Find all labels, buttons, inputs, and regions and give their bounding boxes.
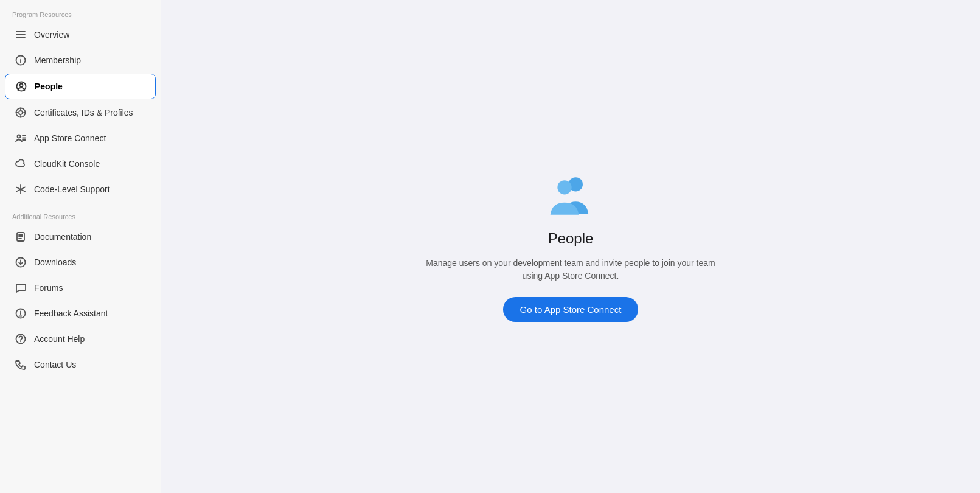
phone-icon xyxy=(15,358,27,371)
person-circle-icon xyxy=(15,80,27,93)
sidebar-section-additional: Additional Resources xyxy=(0,202,161,224)
people-title: People xyxy=(548,230,594,247)
sidebar-item-contact-us-label: Contact Us xyxy=(34,360,76,369)
sidebar-item-feedback-assistant-label: Feedback Assistant xyxy=(34,309,108,318)
svg-point-5 xyxy=(20,58,21,59)
go-to-app-store-connect-button[interactable]: Go to App Store Connect xyxy=(503,297,639,322)
sidebar-item-feedback-assistant[interactable]: Feedback Assistant xyxy=(5,301,156,326)
sidebar-item-app-store-connect-label: App Store Connect xyxy=(34,133,106,143)
sidebar-item-overview-label: Overview xyxy=(34,30,69,40)
sidebar-item-overview[interactable]: Overview xyxy=(5,23,156,47)
asterisk-icon xyxy=(15,183,27,195)
gear-badge-icon xyxy=(15,107,27,119)
sidebar-item-account-help[interactable]: Account Help xyxy=(5,327,156,351)
doc-icon xyxy=(15,231,27,243)
sidebar-item-people-label: People xyxy=(35,82,63,91)
sidebar-item-certificates[interactable]: Certificates, IDs & Profiles xyxy=(5,100,156,125)
sidebar-item-people[interactable]: People xyxy=(5,74,156,99)
sidebar-item-forums-label: Forums xyxy=(34,283,63,293)
sidebar-item-downloads-label: Downloads xyxy=(34,257,76,267)
sidebar-item-certificates-label: Certificates, IDs & Profiles xyxy=(34,108,133,117)
sidebar-item-forums[interactable]: Forums xyxy=(5,276,156,300)
sidebar-item-app-store-connect[interactable]: App Store Connect xyxy=(5,126,156,150)
cloud-icon xyxy=(15,158,27,170)
sidebar-item-membership-label: Membership xyxy=(34,55,81,65)
down-circle-icon xyxy=(15,256,27,268)
svg-point-29 xyxy=(20,341,21,343)
menu-icon xyxy=(15,29,27,41)
info-circle-icon xyxy=(15,54,27,66)
sidebar-item-cloudkit[interactable]: CloudKit Console xyxy=(5,152,156,176)
sidebar-item-membership[interactable]: Membership xyxy=(5,48,156,72)
sidebar-item-documentation[interactable]: Documentation xyxy=(5,225,156,249)
svg-point-7 xyxy=(20,84,23,87)
svg-point-9 xyxy=(19,111,23,114)
sidebar-section-program: Program Resources xyxy=(0,0,161,22)
sidebar-item-documentation-label: Documentation xyxy=(34,232,91,242)
sidebar-item-account-help-label: Account Help xyxy=(34,334,85,344)
sidebar-item-code-level-support[interactable]: Code-Level Support xyxy=(5,177,156,201)
svg-point-31 xyxy=(557,180,571,194)
people-illustration xyxy=(540,172,601,220)
main-content: People Manage users on your development … xyxy=(161,0,980,493)
sidebar-item-cloudkit-label: CloudKit Console xyxy=(34,159,100,169)
people-description: Manage users on your development team an… xyxy=(419,257,723,282)
feedback-icon xyxy=(15,307,27,320)
sidebar-item-code-level-support-label: Code-Level Support xyxy=(34,184,110,194)
person-lines-icon xyxy=(15,132,27,144)
sidebar: Program Resources Overview Membership xyxy=(0,0,161,493)
sidebar-item-downloads[interactable]: Downloads xyxy=(5,250,156,274)
sidebar-item-contact-us[interactable]: Contact Us xyxy=(5,352,156,377)
svg-point-14 xyxy=(18,135,21,138)
people-card: People Manage users on your development … xyxy=(419,172,723,322)
chat-icon xyxy=(15,282,27,294)
help-circle-icon xyxy=(15,333,27,345)
